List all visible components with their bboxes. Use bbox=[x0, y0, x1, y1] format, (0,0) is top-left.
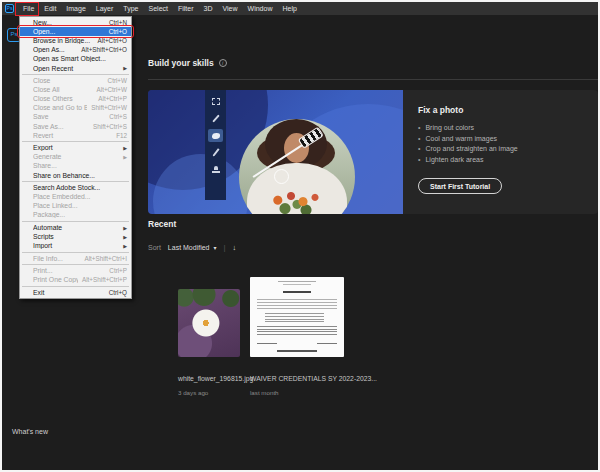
submenu-arrow-icon: ▶ bbox=[123, 145, 127, 151]
banner-toolbar-graphic bbox=[205, 90, 226, 200]
menubar-item-type[interactable]: Type bbox=[118, 2, 143, 15]
submenu-arrow-icon: ▶ bbox=[123, 234, 127, 240]
menu-item-open-recent[interactable]: Open Recent▶ bbox=[20, 63, 131, 72]
menubar-item-3d[interactable]: 3D bbox=[199, 2, 218, 15]
menu-item-revert: RevertF12 bbox=[20, 131, 131, 140]
stamp-tool-icon bbox=[208, 163, 223, 176]
file-menu-dropdown: New...Ctrl+N Open...Ctrl+O Browse in Bri… bbox=[19, 16, 132, 299]
sort-direction-icon[interactable]: ↓ bbox=[233, 243, 237, 252]
recent-file-name[interactable]: white_flower_196815.jpg bbox=[178, 375, 253, 382]
sort-label: Sort bbox=[148, 244, 161, 251]
sort-controls: Sort Last Modified ▾ | ↓ bbox=[148, 243, 236, 252]
menu-separator bbox=[22, 264, 129, 265]
menu-item-open-as-smart-object[interactable]: Open as Smart Object... bbox=[20, 54, 131, 63]
vertical-divider: | bbox=[224, 243, 226, 252]
menu-item-automate[interactable]: Automate▶ bbox=[20, 223, 131, 232]
menubar-item-layer[interactable]: Layer bbox=[91, 2, 119, 15]
section-divider bbox=[148, 79, 598, 80]
banner-title: Fix a photo bbox=[418, 105, 588, 115]
menu-separator bbox=[22, 286, 129, 287]
menu-item-save-as: Save As...Shift+Ctrl+S bbox=[20, 122, 131, 131]
menu-item-place-linked: Place Linked... bbox=[20, 201, 131, 210]
banner-swirl-shape bbox=[153, 154, 248, 214]
menu-item-browse-in-bridge[interactable]: Browse in Bridge...Alt+Ctrl+O bbox=[20, 36, 131, 45]
menu-item-search-adobe-stock[interactable]: Search Adobe Stock... bbox=[20, 183, 131, 192]
menu-separator bbox=[22, 141, 129, 142]
menubar-item-image[interactable]: Image bbox=[61, 2, 90, 15]
menu-item-close-and-go-to-bridge: Close and Go to Bridge...Shift+Ctrl+W bbox=[20, 103, 131, 112]
menu-item-close-others: Close OthersAlt+Ctrl+P bbox=[20, 94, 131, 103]
menu-item-share: Share... bbox=[20, 161, 131, 170]
sort-dropdown[interactable]: Last Modified ▾ bbox=[168, 244, 217, 251]
banner-bullet: •Bring out colors bbox=[418, 123, 588, 134]
submenu-arrow-icon: ▶ bbox=[123, 225, 127, 231]
menubar-item-view[interactable]: View bbox=[218, 2, 243, 15]
menubar-item-edit[interactable]: Edit bbox=[39, 2, 61, 15]
banner-bullet: •Lighten dark areas bbox=[418, 155, 588, 166]
patch-tool-icon bbox=[208, 129, 223, 142]
menu-item-print-one-copy: Print One CopyAlt+Shift+Ctrl+P bbox=[20, 275, 131, 284]
menu-item-close-all: Close AllAlt+Ctrl+W bbox=[20, 85, 131, 94]
menu-separator bbox=[22, 252, 129, 253]
tutorial-banner: Fix a photo •Bring out colors •Cool and … bbox=[148, 90, 598, 214]
submenu-arrow-icon: ▶ bbox=[123, 243, 127, 249]
menubar-item-filter[interactable]: Filter bbox=[173, 2, 199, 15]
banner-bullet: •Crop and straighten an image bbox=[418, 144, 588, 155]
recent-file-thumbnail-flower[interactable] bbox=[178, 289, 240, 357]
info-icon[interactable]: i bbox=[219, 59, 227, 67]
recent-file-name[interactable]: WAIVER CREDENTIALS SY 2022-2023... bbox=[250, 375, 377, 382]
menubar-item-file[interactable]: File bbox=[18, 2, 39, 15]
marquee-tool-icon bbox=[208, 95, 223, 108]
submenu-arrow-icon: ▶ bbox=[123, 154, 127, 160]
menu-separator bbox=[22, 221, 129, 222]
menu-item-exit[interactable]: ExitCtrl+Q bbox=[20, 288, 131, 297]
menu-item-save: SaveCtrl+S bbox=[20, 112, 131, 121]
menu-item-open-as[interactable]: Open As...Alt+Shift+Ctrl+O bbox=[20, 45, 131, 54]
eyedropper-tool-icon bbox=[208, 112, 223, 125]
whats-new-link[interactable]: What's new bbox=[12, 428, 48, 435]
start-first-tutorial-button[interactable]: Start First Tutorial bbox=[418, 178, 502, 194]
recent-file-time: 3 days ago bbox=[178, 389, 208, 396]
menubar-item-select[interactable]: Select bbox=[144, 2, 173, 15]
menubar-item-window[interactable]: Window bbox=[243, 2, 278, 15]
menu-item-package: Package... bbox=[20, 210, 131, 219]
recent-file-thumbnail-document[interactable] bbox=[250, 277, 344, 357]
photoshop-window: Ps File Edit Image Layer Type Select Fil… bbox=[0, 0, 600, 472]
chevron-down-icon: ▾ bbox=[213, 244, 216, 251]
menu-item-file-info: File Info...Alt+Shift+Ctrl+I bbox=[20, 254, 131, 263]
banner-bullet: •Cool and warm images bbox=[418, 134, 588, 145]
brush-tool-icon bbox=[208, 146, 223, 159]
menubar-item-help[interactable]: Help bbox=[277, 2, 301, 15]
submenu-arrow-icon: ▶ bbox=[123, 65, 127, 71]
build-your-skills-heading: Build your skills i bbox=[148, 58, 227, 68]
menu-item-open[interactable]: Open...Ctrl+O bbox=[20, 27, 131, 36]
banner-illustration bbox=[148, 90, 403, 214]
recent-heading: Recent bbox=[148, 219, 176, 229]
menu-item-print: Print...Ctrl+P bbox=[20, 266, 131, 275]
recent-file-time: last month bbox=[250, 389, 279, 396]
menu-item-import[interactable]: Import▶ bbox=[20, 241, 131, 250]
photoshop-app-icon: Ps bbox=[5, 4, 14, 13]
menu-item-close: CloseCtrl+W bbox=[20, 76, 131, 85]
menu-item-export[interactable]: Export▶ bbox=[20, 143, 131, 152]
menu-item-generate: Generate▶ bbox=[20, 152, 131, 161]
menu-item-place-embedded: Place Embedded... bbox=[20, 192, 131, 201]
menu-bar: Ps File Edit Image Layer Type Select Fil… bbox=[2, 2, 598, 15]
menu-item-scripts[interactable]: Scripts▶ bbox=[20, 232, 131, 241]
menu-separator bbox=[22, 181, 129, 182]
menu-separator bbox=[22, 74, 129, 75]
menu-item-share-on-behance[interactable]: Share on Behance... bbox=[20, 171, 131, 180]
menu-item-new[interactable]: New...Ctrl+N bbox=[20, 18, 131, 27]
banner-text-panel: Fix a photo •Bring out colors •Cool and … bbox=[403, 90, 598, 214]
